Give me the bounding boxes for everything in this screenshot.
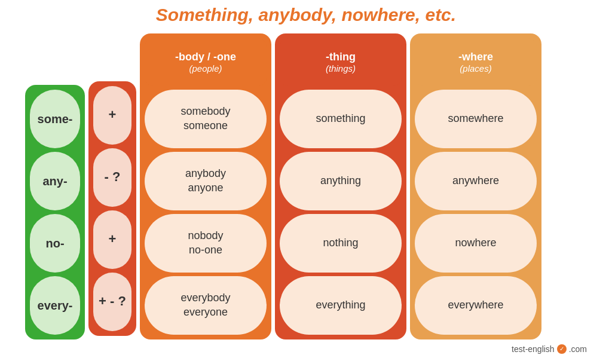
body-pill-3: everybodyeveryone [145, 276, 267, 335]
thing-header: -thing (things) [280, 38, 402, 86]
where-pill-0: somewhere [415, 90, 537, 148]
prefix-pill-3: every- [30, 276, 80, 335]
col-where: -where (places) somewhere anywhere nowhe… [410, 33, 541, 339]
where-pill-3: everywhere [415, 276, 537, 335]
body-pill-1: anybodyanyone [145, 152, 267, 210]
footer-suffix: .com [569, 344, 587, 354]
footer-text: test-english [512, 344, 555, 354]
where-pill-1: anywhere [415, 152, 537, 210]
col-body: -body / -one (people) somebodysomeone an… [140, 33, 271, 339]
prefix-pill-0: some- [30, 90, 80, 148]
where-header: -where (places) [415, 38, 537, 86]
col-body-wrap: -body / -one (people) somebodysomeone an… [140, 33, 271, 339]
sign-pill-1: - ? [93, 148, 131, 207]
col-where-wrap: -where (places) somewhere anywhere nowhe… [410, 33, 541, 339]
check-icon: ✓ [557, 344, 567, 354]
table-area: some- any- no- every- + - ? + + - ? -bod… [25, 33, 587, 339]
col-sign-wrap: + - ? + + - ? [88, 81, 136, 336]
col-prefix-wrap: some- any- no- every- [25, 85, 85, 339]
prefix-pill-2: no- [30, 214, 80, 273]
thing-pill-1: anything [280, 152, 402, 210]
thing-pill-2: nothing [280, 214, 402, 273]
sign-pill-3: + - ? [93, 273, 131, 331]
col-thing-wrap: -thing (things) something anything nothi… [275, 33, 406, 339]
body-pill-0: somebodysomeone [145, 90, 267, 148]
prefix-pill-1: any- [30, 152, 80, 210]
where-pill-2: nowhere [415, 214, 537, 273]
sign-pill-2: + [93, 210, 131, 269]
main-container: Something, anybody, nowhere, etc. some- … [13, 0, 599, 364]
body-header: -body / -one (people) [145, 38, 267, 86]
col-thing: -thing (things) something anything nothi… [275, 33, 406, 339]
footer: test-english ✓ .com [25, 344, 587, 354]
body-pill-2: nobodyno-one [145, 214, 267, 273]
col-prefix: some- any- no- every- [25, 33, 85, 339]
sign-pill-0: + [93, 86, 131, 145]
col-sign: + - ? + + - ? [88, 33, 136, 336]
thing-pill-3: everything [280, 276, 402, 335]
page-title: Something, anybody, nowhere, etc. [25, 5, 587, 25]
thing-pill-0: something [280, 90, 402, 148]
